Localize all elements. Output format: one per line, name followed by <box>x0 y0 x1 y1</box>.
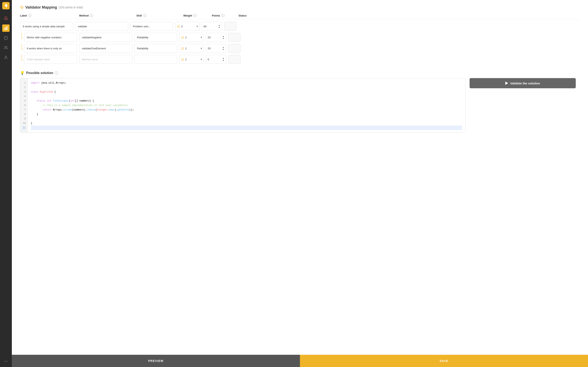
child-connector-empty <box>20 55 23 66</box>
points-field-2[interactable]: 20 ▲ ▼ <box>206 44 226 53</box>
skill-input-0[interactable] <box>130 22 173 31</box>
weight-icon-1: ⚖ <box>181 35 184 39</box>
gear-icon: ⚙ <box>20 5 24 10</box>
points-down-2[interactable]: ▼ <box>222 49 224 50</box>
weight-dropdown-2[interactable]: ▾ <box>201 47 202 50</box>
col-weight: Weight i <box>183 14 210 17</box>
svg-point-8 <box>5 46 6 48</box>
weight-icon-2: ⚖ <box>181 47 184 50</box>
content-area: ⚙ Validator Mapping (100 points in total… <box>12 0 588 355</box>
code-content[interactable]: import java.util.Arrays; class Algorithm… <box>27 78 465 133</box>
skill-input-empty[interactable] <box>134 55 177 64</box>
points-value-0: 60 <box>204 25 207 28</box>
weight-value-2: 1 <box>185 47 187 50</box>
sidebar: >>> <box>0 0 12 367</box>
weight-dropdown-0[interactable]: ▾ <box>197 25 198 28</box>
points-up-empty[interactable]: ▲ <box>222 57 224 59</box>
sidebar-expand[interactable]: >>> <box>4 360 8 365</box>
points-down-empty[interactable]: ▼ <box>222 59 224 62</box>
skill-input-2[interactable] <box>134 44 177 53</box>
points-spinners-2[interactable]: ▲ ▼ <box>222 46 224 50</box>
points-spinners-empty[interactable]: ▲ ▼ <box>222 57 224 62</box>
section-title: Validator Mapping <box>25 5 57 9</box>
method-input-2[interactable] <box>79 44 132 53</box>
weight-value-empty: 1 <box>185 58 187 61</box>
points-up-0[interactable]: ▲ <box>218 24 220 26</box>
points-field-1[interactable]: 20 ▲ ▼ <box>206 33 226 42</box>
code-editor[interactable]: 1 2 3 4 5 6 7 8 9 10 11 import java <box>20 78 466 133</box>
col-skill: Skill i <box>136 14 181 17</box>
solution-info-icon[interactable]: i <box>55 71 58 75</box>
weight-icon-0: ⚖ <box>177 25 180 28</box>
group-icon[interactable] <box>2 44 9 51</box>
col-points: Points i <box>212 14 236 17</box>
play-icon <box>505 82 508 85</box>
label-info-icon[interactable]: i <box>28 14 31 17</box>
alert-icon[interactable] <box>2 34 9 42</box>
svg-rect-2 <box>4 28 5 30</box>
label-input-2[interactable] <box>24 44 77 53</box>
bulb-icon: 💡 <box>20 71 25 75</box>
points-info-icon[interactable]: i <box>221 14 225 17</box>
skill-input-1[interactable] <box>134 33 177 42</box>
weight-icon-empty: ⚖ <box>181 58 184 61</box>
table-row-empty: ⚖ 1 ▾ 0 ▲ ▼ <box>20 55 580 64</box>
user-icon[interactable] <box>2 54 9 61</box>
section-header: ⚙ Validator Mapping (100 points in total… <box>20 5 580 10</box>
method-input-1[interactable] <box>79 33 132 42</box>
method-input-empty[interactable] <box>79 55 132 64</box>
weight-info-icon[interactable]: i <box>193 14 197 17</box>
label-input-empty[interactable] <box>24 55 77 64</box>
points-spinners-1[interactable]: ▲ ▼ <box>222 35 224 40</box>
child-connector-1 <box>20 33 23 44</box>
child-connector-2 <box>20 44 23 55</box>
table-row: ⚖ 1 ▾ 20 ▲ ▼ <box>20 44 580 53</box>
weight-field-empty[interactable]: ⚖ 1 ▾ <box>179 55 204 64</box>
col-label: Label i <box>20 14 77 17</box>
code-lines: 1 2 3 4 5 6 7 8 9 10 11 import java <box>20 78 465 133</box>
points-down-0[interactable]: ▼ <box>218 26 220 29</box>
weight-dropdown-1[interactable]: ▾ <box>201 36 202 39</box>
footer: PREVIEW SAVE <box>12 355 588 367</box>
svg-point-9 <box>5 56 7 58</box>
preview-button[interactable]: PREVIEW <box>12 355 300 367</box>
status-field-0 <box>224 22 236 31</box>
points-field-0[interactable]: 60 ▲ ▼ <box>202 22 222 31</box>
weight-field-0[interactable]: ⚖ 3 ▾ <box>175 22 200 31</box>
method-info-icon[interactable]: i <box>90 14 93 17</box>
status-field-empty <box>228 55 241 64</box>
save-button[interactable]: SAVE <box>300 355 588 367</box>
line-numbers: 1 2 3 4 5 6 7 8 9 10 11 <box>20 78 27 133</box>
points-down-1[interactable]: ▼ <box>222 38 224 40</box>
section-subtitle: (100 points in total) <box>59 6 83 9</box>
chart-icon[interactable] <box>2 25 9 32</box>
weight-field-1[interactable]: ⚖ 1 ▾ <box>179 33 204 42</box>
weight-dropdown-empty[interactable]: ▾ <box>201 58 202 61</box>
points-spinners-0[interactable]: ▲ ▼ <box>218 24 220 29</box>
solution-title: Possible solution <box>26 71 53 75</box>
col-method: Method i <box>79 14 134 17</box>
points-up-2[interactable]: ▲ <box>222 46 224 48</box>
points-value-empty: 0 <box>208 58 209 61</box>
main-content: ⚙ Validator Mapping (100 points in total… <box>12 0 588 367</box>
weight-value-1: 1 <box>185 36 187 39</box>
svg-rect-4 <box>7 27 7 30</box>
points-field-empty[interactable]: 0 ▲ ▼ <box>206 55 226 64</box>
table-row: ⚖ 1 ▾ 20 ▲ ▼ <box>20 33 580 42</box>
method-input-0[interactable] <box>75 22 128 31</box>
col-status: Status <box>238 14 255 17</box>
points-up-1[interactable]: ▲ <box>222 35 224 37</box>
table-header: Label i Method i Skill i Weight i Points… <box>20 14 580 19</box>
table-row: ⚖ 3 ▾ 60 ▲ ▼ <box>20 22 580 31</box>
validate-solution-button[interactable]: Validate the solution <box>470 78 576 88</box>
sidebar-logo <box>2 2 9 9</box>
solution-header: 💡 Possible solution i <box>20 71 580 75</box>
label-input-1[interactable] <box>24 33 77 42</box>
skill-info-icon[interactable]: i <box>143 14 146 17</box>
label-input-0[interactable] <box>20 22 73 31</box>
weight-field-2[interactable]: ⚖ 1 ▾ <box>179 44 204 53</box>
svg-rect-3 <box>6 27 6 30</box>
validator-rows: ⚖ 3 ▾ 60 ▲ ▼ <box>20 22 580 66</box>
status-field-1 <box>228 33 241 42</box>
bell-icon[interactable] <box>2 15 9 22</box>
